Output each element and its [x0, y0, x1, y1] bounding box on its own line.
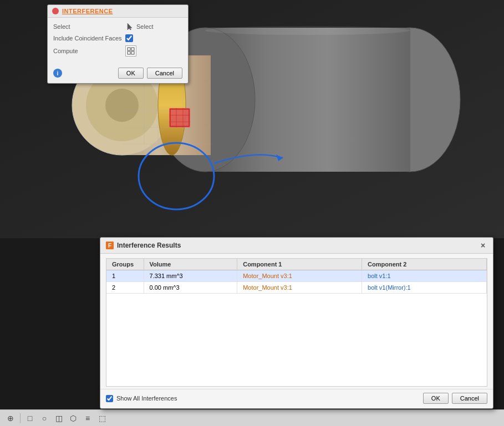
show-all-label: Show All Interferences [116, 395, 177, 402]
svg-rect-27 [128, 48, 130, 50]
col-header-volume: Volume [144, 259, 237, 270]
results-footer: Show All Interferences OK Cancel [100, 389, 493, 408]
info-icon: i [53, 69, 62, 78]
toolbar-icon-1[interactable]: ⊕ [4, 412, 17, 424]
cursor-icon [125, 22, 134, 31]
svg-rect-18 [169, 108, 190, 127]
cancel-button[interactable]: Cancel [147, 68, 182, 79]
cell-comp2-1: bolt v1:1 [362, 270, 487, 282]
include-coincident-row: Include Coincident Faces [53, 34, 182, 42]
table-header-row: Groups Volume Component 1 Component 2 [106, 259, 487, 270]
link-bolt-1[interactable]: bolt v1:1 [368, 273, 391, 279]
bottom-toolbar: ⊕ □ ○ ◫ ⬡ ≡ ⬚ [0, 409, 504, 426]
dialog-body: Select Select Include Coincident Faces C… [48, 18, 188, 64]
results-table-container: Groups Volume Component 1 Component 2 1 … [106, 258, 487, 387]
svg-rect-28 [131, 48, 134, 50]
dialog-footer: i OK Cancel [48, 64, 188, 83]
results-cancel-button[interactable]: Cancel [452, 393, 487, 404]
svg-rect-30 [131, 52, 134, 54]
toolbar-icon-5[interactable]: ⬡ [67, 412, 79, 424]
svg-point-4 [205, 26, 410, 35]
show-all-area: Show All Interferences [106, 395, 177, 402]
cell-group-1: 1 [106, 270, 144, 282]
link-bolt-mirror[interactable]: bolt v1(Mirror):1 [368, 284, 411, 291]
include-coincident-checkbox[interactable] [125, 34, 133, 42]
svg-point-8 [105, 89, 139, 122]
results-title: Interference Results [117, 242, 181, 249]
col-header-groups: Groups [106, 259, 144, 270]
link-motor-mount-1[interactable]: Motor_Mount v3:1 [243, 273, 292, 279]
dialog-close-button[interactable] [52, 8, 59, 14]
cell-volume-2: 0.00 mm^3 [144, 282, 237, 294]
dialog-header: INTERFERENCE [48, 5, 188, 18]
cell-comp2-2: bolt v1(Mirror):1 [362, 282, 487, 294]
compute-icon[interactable] [125, 45, 136, 57]
link-motor-mount-2[interactable]: Motor_Mount v3:1 [243, 284, 292, 291]
results-close-button[interactable]: × [478, 241, 487, 250]
toolbar-icon-2[interactable]: □ [24, 412, 36, 424]
svg-rect-29 [128, 52, 130, 54]
show-all-checkbox[interactable] [106, 395, 113, 402]
interference-setup-dialog: INTERFERENCE Select Select Include Coinc… [47, 4, 189, 84]
col-header-comp1: Component 1 [237, 259, 362, 270]
cell-group-2: 2 [106, 282, 144, 294]
col-header-comp2: Component 2 [362, 259, 487, 270]
table-row[interactable]: 1 7.331 mm^3 Motor_Mount v3:1 bolt v1:1 [106, 270, 487, 282]
toolbar-icon-4[interactable]: ◫ [53, 412, 65, 424]
select-label: Select [53, 23, 125, 30]
results-header: F Interference Results × [100, 238, 493, 254]
toolbar-separator-1 [20, 413, 21, 423]
include-coincident-label: Include Coincident Faces [53, 35, 125, 42]
cell-comp1-2: Motor_Mount v3:1 [237, 282, 362, 294]
compute-row: Compute [53, 45, 182, 57]
table-row[interactable]: 2 0.00 mm^3 Motor_Mount v3:1 bolt v1(Mir… [106, 282, 487, 294]
results-title-area: F Interference Results [106, 242, 181, 249]
results-table: Groups Volume Component 1 Component 2 1 … [106, 259, 487, 294]
table-body: 1 7.331 mm^3 Motor_Mount v3:1 bolt v1:1 … [106, 270, 487, 294]
dialog-title: INTERFERENCE [62, 8, 113, 14]
ok-button[interactable]: OK [118, 68, 144, 79]
select-button-label[interactable]: Select [136, 23, 154, 30]
toolbar-icon-7[interactable]: ⬚ [96, 412, 108, 424]
select-control: Select [125, 22, 154, 31]
compute-label: Compute [53, 48, 125, 54]
svg-marker-26 [128, 23, 132, 30]
footer-buttons: OK Cancel [423, 393, 487, 404]
toolbar-icon-6[interactable]: ≡ [82, 412, 94, 424]
toolbar-icon-3[interactable]: ○ [38, 412, 50, 424]
results-title-icon: F [106, 242, 114, 249]
table-header: Groups Volume Component 1 Component 2 [106, 259, 487, 270]
results-ok-button[interactable]: OK [423, 393, 449, 404]
cell-volume-1: 7.331 mm^3 [144, 270, 237, 282]
interference-results-dialog: F Interference Results × Groups Volume C… [100, 237, 493, 409]
cell-comp1-1: Motor_Mount v3:1 [237, 270, 362, 282]
select-row: Select Select [53, 22, 182, 31]
